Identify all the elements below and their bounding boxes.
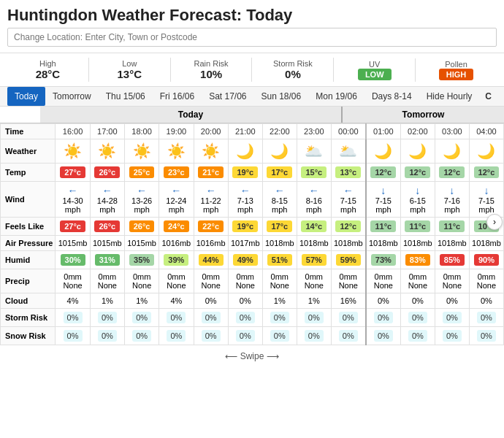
today-section-header: Today [40,107,343,123]
humid-badge: 35% [129,254,154,266]
precip-cell: 0mmNone [159,269,194,293]
cloud-cell: 0% [400,293,435,309]
feels-badge: 11°c [439,220,465,232]
cloud-moon-icon: 🌥️ [305,143,323,159]
feels-badge: 14°c [301,220,327,232]
humid-cell: 73% [366,251,401,269]
time-cell: 03:00 [435,124,469,139]
storm-badge: 0% [443,312,462,323]
snow-badge: 0% [443,330,462,342]
cloud-cell: 0% [228,293,262,309]
snow-badge: 0% [270,330,289,342]
feels-cell: 22°c [194,218,228,236]
storm-cell: 0% [228,309,262,327]
precip-label: Precip [1,269,56,293]
feels-row: Feels Like 27°c 26°c 26°c 24°c 22°c 19°c… [1,218,504,236]
temp-badge: 21°c [198,166,224,178]
time-cell: 16:00 [56,124,90,139]
wind-cell: ↓7-15 mph [366,182,401,218]
storm-summary: Storm Risk 0% [252,58,334,82]
temp-badge: 13°c [335,166,361,178]
humid-label: Humid [1,251,56,269]
precip-cell: 0mmNone [331,269,366,293]
weather-icon-cell: 🌙 [435,139,469,164]
storm-badge: 0% [408,312,427,323]
humid-row: Humid 30% 31% 35% 39% 44% 49% 51% 57% 59… [1,251,504,269]
temp-cell: 17°c [262,164,297,182]
cloud-cell: 4% [159,293,194,309]
humid-cell: 59% [331,251,366,269]
tab-hide-hourly[interactable]: Hide Hourly [419,87,480,106]
snow-row: Snow Risk 0% 0% 0% 0% 0% 0% 0% 0% 0% 0% … [1,327,504,345]
wind-arrow-icon: ← [102,185,112,196]
section-headers: Today Tomorrow [0,107,504,123]
humid-badge: 30% [61,254,85,266]
tab-today[interactable]: Today [7,87,45,106]
tab-thu[interactable]: Thu 15/06 [99,87,153,106]
storm-badge: 0% [270,312,289,323]
tab-sun[interactable]: Sun 18/06 [254,87,309,106]
snow-badge: 0% [374,330,393,342]
time-cell: 17:00 [90,124,124,139]
storm-badge: 0% [236,312,255,323]
feels-cell: 11°c [435,218,469,236]
weather-icon-cell: ☀️ [124,139,159,164]
location-bar[interactable] [7,28,497,47]
feels-badge: 26°c [129,220,155,232]
wind-arrow-icon: ← [343,185,354,196]
snow-badge: 0% [167,330,186,342]
temp-badge: 17°c [267,166,292,178]
pressure-cell: 1018mb [469,236,503,251]
feels-badge: 11°c [405,220,430,232]
wind-cell: ↓7-15 mph [469,182,503,218]
temp-cell: 12°c [469,164,503,182]
snow-badge: 0% [132,330,151,342]
tab-celsius[interactable]: C [479,87,497,106]
tab-fahrenheit[interactable]: F [499,87,504,106]
temp-cell: 13°c [331,164,366,182]
feels-badge: 17°c [267,220,292,232]
tab-mon[interactable]: Mon 19/06 [308,87,364,106]
pressure-cell: 1018mb [297,236,331,251]
next-arrow-button[interactable]: › [486,214,503,230]
time-label: Time [1,124,56,139]
storm-cell: 0% [469,309,503,327]
moon-icon: 🌙 [477,143,495,159]
feels-badge: 19°c [232,220,258,232]
pressure-cell: 1015mb [56,236,90,251]
time-row: Time 16:00 17:00 18:00 19:00 20:00 21:00… [1,124,504,139]
tab-days8-14[interactable]: Days 8-14 [364,87,419,106]
location-input[interactable] [7,28,497,47]
weather-icon-cell: 🌙 [228,139,262,164]
temp-cell: 21°c [194,164,228,182]
precip-cell: 0mmNone [262,269,297,293]
wind-cell: ↓7-16 mph [435,182,469,218]
precip-cell: 0mmNone [90,269,124,293]
storm-badge: 0% [98,312,117,323]
rain-summary: Rain Risk 10% [171,58,253,82]
moon-icon: 🌙 [236,143,254,159]
humid-badge: 59% [336,254,361,266]
pressure-cell: 1018mb [262,236,297,251]
storm-badge: 0% [477,312,496,323]
snow-badge: 0% [236,330,255,342]
weather-icon-cell: ☀️ [56,139,90,164]
tab-sat[interactable]: Sat 17/06 [202,87,253,106]
storm-row: Storm Risk 0% 0% 0% 0% 0% 0% 0% 0% 0% 0%… [1,309,504,327]
tab-tomorrow[interactable]: Tomorrow [45,87,99,106]
time-cell: 23:00 [297,124,331,139]
weather-icon-cell: 🌙 [400,139,435,164]
wind-cell: ←7-15 mph [331,182,366,218]
tab-fri[interactable]: Fri 16/06 [153,87,202,106]
tabs-bar: Today Tomorrow Thu 15/06 Fri 16/06 Sat 1… [0,87,504,107]
cloud-cell: 1% [262,293,297,309]
cloud-label: Cloud [1,293,56,309]
storm-cell: 0% [400,309,435,327]
time-cell: 00:00 [331,124,366,139]
temp-cell: 12°c [400,164,435,182]
temp-label: Temp [1,164,56,182]
pressure-cell: 1016mb [159,236,194,251]
precip-cell: 0mmNone [194,269,228,293]
storm-label: Storm Risk [1,309,56,327]
temp-badge: 27°c [60,166,85,178]
